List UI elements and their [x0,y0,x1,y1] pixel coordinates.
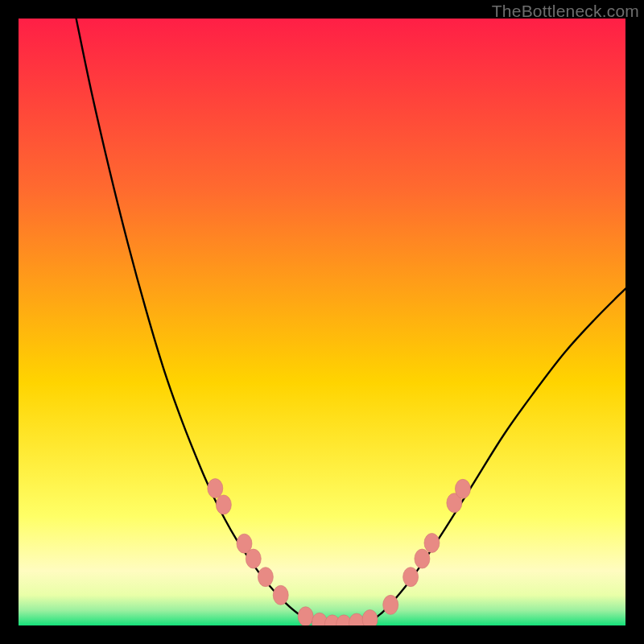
data-marker [258,568,273,587]
data-marker [246,549,261,568]
bottleneck-chart [19,19,625,625]
data-marker [403,568,419,587]
data-marker [273,585,288,605]
gradient-background [19,19,625,625]
data-marker [383,595,398,614]
data-marker [455,479,470,498]
data-marker [415,549,430,568]
data-marker [298,607,313,625]
chart-frame [19,19,625,625]
data-marker [216,495,231,514]
data-marker [424,533,440,552]
watermark-text: TheBottleneck.com [492,2,639,21]
data-marker [208,479,223,498]
